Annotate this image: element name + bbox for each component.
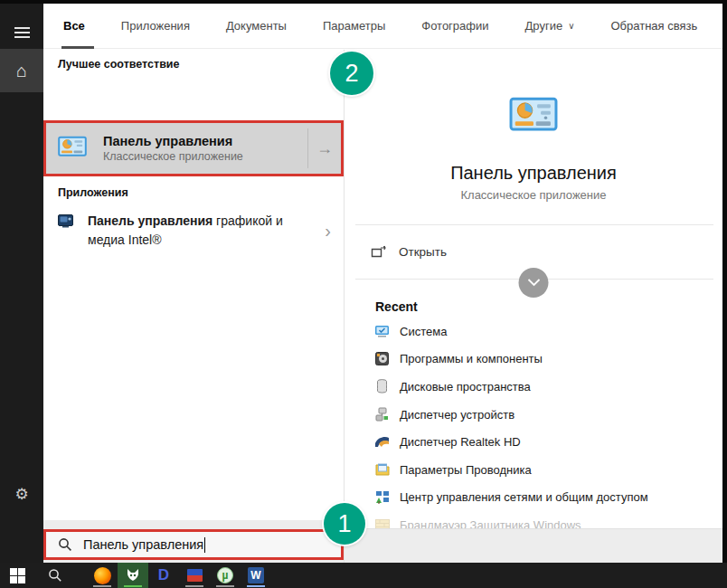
best-match-text: Панель управления Классическое приложени… [103,134,307,163]
best-match-title: Панель управления [103,134,307,148]
taskbar-download-master-button[interactable]: D [148,563,179,588]
taskbar-green-app-button[interactable] [118,563,148,588]
explorer-options-icon [374,462,390,478]
start-menu-rail: ⌂ ⚙ [0,4,43,563]
expand-down-button[interactable] [519,268,549,298]
open-icon [371,245,386,259]
best-match-header: Лучшее соответствие [58,58,179,71]
taskbar-firefox-button[interactable] [87,563,118,588]
system-icon [374,324,390,339]
ke-app-icon [187,569,203,582]
divider [355,224,713,225]
tab-all[interactable]: Все [63,4,85,49]
search-icon [58,537,72,552]
control-panel-icon-large [509,97,558,138]
taskbar-word-button[interactable]: W [241,563,271,588]
best-match-item[interactable]: Панель управления Классическое приложени… [43,120,344,176]
detail-subtitle: Классическое приложение [345,188,722,202]
running-indicator [247,585,265,587]
taskbar-utorrent-button[interactable]: µ [210,563,241,588]
apps-section-header: Приложения [58,186,128,199]
utorrent-icon: µ [217,567,233,583]
intel-graphics-label-bold: Панель управления [88,213,212,228]
best-match-subtitle: Классическое приложение [103,150,307,163]
download-master-icon: D [158,566,169,584]
recent-item-network-center[interactable]: Центр управления сетями и общим доступом [345,484,722,512]
recent-item-realtek[interactable]: Диспетчер Realtek HD [345,428,722,456]
recent-item-programs[interactable]: Программы и компоненты [345,346,722,374]
search-filter-tabs: Все Приложения Документы Параметры Фотог… [43,4,722,49]
running-indicator [216,585,234,587]
storage-spaces-icon [374,379,390,394]
chevron-down-icon [527,279,540,287]
recent-item-label: Диспетчер устройств [400,408,515,422]
search-input-value: Панель управления [83,537,203,552]
recent-item-device-manager[interactable]: Диспетчер устройств [345,401,722,429]
recent-item-label: Диспетчер Realtek HD [400,435,521,449]
recent-header: Recent [375,299,418,314]
recent-item-label: Программы и компоненты [400,352,543,365]
hamburger-icon [14,24,30,41]
detail-panel: Панель управления Классическое приложени… [344,50,722,563]
active-indicator [124,585,142,587]
chevron-right-icon[interactable]: › [325,221,331,242]
intel-graphics-result-item[interactable]: Панель управления графикой и медиа Intel… [43,202,344,260]
open-label: Открыть [399,245,447,259]
home-icon: ⌂ [16,61,27,81]
gear-icon: ⚙ [14,485,28,504]
chevron-down-icon: ∨ [568,21,574,31]
programs-icon [374,351,390,366]
recent-item-label: Брандмауэр Защитника Windows [400,518,581,528]
recent-item-storage-spaces[interactable]: Дисковые пространства [345,373,722,401]
results-column: Лучшее соответствие Панель управления [43,50,344,563]
taskbar-search-button[interactable] [40,563,71,588]
annotation-step-2-badge: 2 [330,52,373,95]
tab-more-label: Другие [525,19,563,33]
recent-item-explorer-options[interactable]: Параметры Проводника [345,456,722,484]
search-flyout: Все Приложения Документы Параметры Фотог… [43,4,722,563]
start-button[interactable] [2,563,33,588]
taskbar-ke-app-button[interactable] [179,563,210,588]
control-panel-icon [58,136,87,162]
recent-item-label: Система [400,325,447,338]
tab-more[interactable]: Другие ∨ [525,4,575,49]
tab-apps[interactable]: Приложения [121,4,190,49]
tab-settings[interactable]: Параметры [323,4,385,49]
hamburger-menu-button[interactable] [0,11,43,54]
search-strip: Панель управления [43,520,344,563]
recent-item-label: Центр управления сетями и общим доступом [400,490,648,504]
tab-photos[interactable]: Фотографии [421,4,488,49]
green-app-icon [126,568,140,583]
recent-list: Система Программы и компоненты [345,318,722,528]
device-manager-icon [374,407,390,422]
search-icon [48,568,62,583]
tab-documents[interactable]: Документы [226,4,287,49]
firewall-icon [374,517,390,528]
detail-title: Панель управления [345,163,722,184]
network-center-icon [374,489,390,505]
word-icon: W [248,567,264,583]
settings-button[interactable]: ⚙ [0,472,43,516]
realtek-icon [374,434,390,450]
recent-item-system[interactable]: Система [345,318,722,346]
screen: ⌂ ⚙ Все Приложения Документы Параметры Ф… [0,0,727,588]
intel-graphics-icon [58,214,73,232]
annotation-step-1-badge: 1 [324,503,365,545]
recent-item-firewall-partial[interactable]: Брандмауэр Защитника Windows [345,511,722,528]
feedback-link[interactable]: Обратная связь [611,19,698,33]
search-input[interactable]: Панель управления [43,529,344,560]
expand-arrow-button[interactable]: → [308,139,341,158]
detail-footer-strip [345,528,722,563]
home-button[interactable]: ⌂ [0,49,43,92]
open-action[interactable]: Открыть [345,235,722,268]
taskbar: D µ W [0,563,727,588]
recent-item-label: Дисковые пространства [400,380,531,394]
text-caret [204,537,205,553]
running-indicator [185,585,203,587]
firefox-icon [94,567,111,584]
intel-graphics-label: Панель управления графикой и медиа Intel… [88,212,303,250]
running-indicator [93,585,111,587]
windows-logo-icon [10,568,25,583]
recent-item-label: Параметры Проводника [400,463,532,477]
